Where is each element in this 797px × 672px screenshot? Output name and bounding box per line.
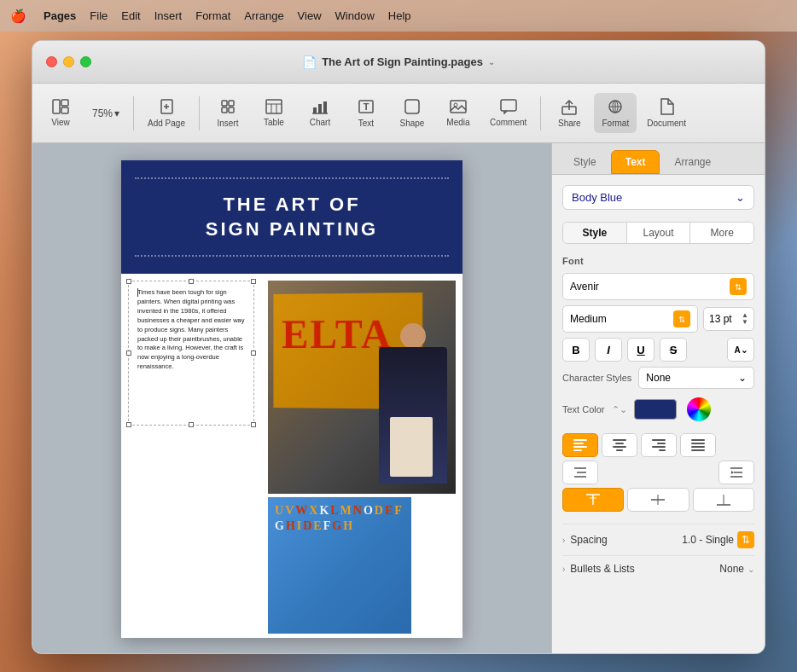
spacing-value-box: 1.0 - Single ⇅ — [682, 531, 754, 548]
text-box[interactable]: Times have been tough for sign painters.… — [128, 281, 254, 426]
handle-top-center[interactable] — [189, 279, 194, 284]
handle-middle-left[interactable] — [126, 350, 131, 356]
letter-d2: D — [303, 519, 311, 533]
view-icon — [52, 99, 69, 114]
svg-rect-14 — [313, 107, 317, 113]
handle-top-left[interactable] — [126, 279, 131, 284]
spacing-value: 1.0 - Single — [682, 534, 734, 546]
menu-file[interactable]: File — [90, 9, 108, 22]
color-wheel-button[interactable] — [687, 397, 711, 421]
align-left-button[interactable] — [562, 433, 598, 457]
menu-window[interactable]: Window — [335, 9, 375, 22]
toolbar-share[interactable]: Share — [548, 93, 590, 133]
share-label: Share — [558, 119, 581, 128]
title-bar: 📄 The Art of Sign Painting.pages ⌄ — [32, 41, 765, 84]
text-color-swatch[interactable] — [634, 399, 677, 420]
style-preset-value: Body Blue — [572, 191, 622, 204]
toolbar: View 75% ▾ Add Page — [32, 84, 765, 143]
toolbar-format[interactable]: Format — [594, 93, 637, 133]
tab-style[interactable]: Style — [559, 150, 611, 174]
svg-rect-8 — [222, 107, 227, 113]
menu-view[interactable]: View — [298, 9, 322, 22]
toolbar-shape[interactable]: Shape — [391, 93, 433, 133]
italic-button[interactable]: I — [595, 338, 622, 362]
font-size-box[interactable]: 13 pt ▲ ▼ — [703, 307, 754, 331]
toolbar-document[interactable]: Document — [640, 93, 693, 133]
zoom-button[interactable] — [80, 56, 91, 67]
sub-tab-layout[interactable]: Layout — [627, 223, 691, 243]
sub-tab-more[interactable]: More — [690, 223, 753, 243]
bullets-row[interactable]: › Bullets & Lists None ⌄ — [562, 555, 754, 582]
toolbar-table[interactable]: Table — [253, 94, 295, 132]
canvas-area[interactable]: THE ART OF SIGN PAINTING — [32, 143, 551, 653]
toolbar-add-page[interactable]: Add Page — [141, 93, 192, 133]
menu-pages[interactable]: Pages — [44, 9, 76, 22]
handle-middle-right[interactable] — [251, 350, 256, 356]
insert-label: Insert — [217, 119, 238, 128]
toolbar-view[interactable]: View — [39, 94, 82, 132]
title-dropdown-icon[interactable]: ⌄ — [488, 57, 495, 67]
underline-button[interactable]: U — [627, 338, 654, 362]
media-label: Media — [446, 118, 469, 127]
zoom-arrow-icon: ▾ — [114, 107, 119, 119]
menu-help[interactable]: Help — [388, 9, 411, 22]
more-text-options-button[interactable]: A⌄ — [727, 338, 754, 362]
text-tool-icon: T — [358, 98, 375, 115]
style-preset-dropdown[interactable]: Body Blue ⌄ — [562, 185, 754, 210]
valign-top-button[interactable] — [562, 488, 624, 512]
valign-group — [562, 488, 754, 512]
handle-bottom-left[interactable] — [126, 422, 131, 427]
spacing-label: Spacing — [570, 534, 607, 546]
decrease-indent-button[interactable] — [562, 461, 598, 484]
shape-icon — [404, 98, 421, 115]
handle-bottom-right[interactable] — [251, 422, 256, 427]
font-name-select[interactable]: Avenir ⇅ — [562, 273, 754, 300]
font-weight-select[interactable]: Medium ⇅ — [562, 305, 698, 333]
toolbar-media[interactable]: Media — [437, 94, 480, 132]
chart-label: Chart — [310, 118, 330, 127]
menu-arrange[interactable]: Arrange — [244, 9, 283, 22]
align-center-button[interactable] — [602, 433, 637, 457]
letter-g: G — [275, 519, 284, 533]
share-icon — [561, 98, 577, 115]
toolbar-text[interactable]: T Text — [345, 93, 387, 133]
char-styles-select[interactable]: None ⌄ — [638, 367, 754, 389]
menu-edit[interactable]: Edit — [121, 9, 140, 22]
strikethrough-button[interactable]: S — [660, 338, 687, 362]
toolbar-chart[interactable]: Chart — [299, 94, 341, 132]
tab-text[interactable]: Text — [611, 150, 660, 174]
bullets-chevron-icon: › — [562, 565, 565, 574]
letter-w: W — [295, 504, 307, 518]
handle-bottom-center[interactable] — [189, 422, 194, 427]
bold-button[interactable]: B — [562, 338, 590, 362]
valign-middle-button[interactable] — [627, 488, 689, 512]
handle-top-right[interactable] — [251, 279, 256, 284]
tab-arrange[interactable]: Arrange — [660, 150, 725, 174]
font-size-down-icon[interactable]: ▼ — [742, 319, 748, 326]
format-icon — [607, 98, 624, 115]
toolbar-comment[interactable]: Comment — [483, 94, 533, 132]
valign-bottom-button[interactable] — [693, 488, 754, 512]
close-button[interactable] — [46, 56, 57, 67]
menu-format[interactable]: Format — [195, 9, 230, 22]
spacing-row[interactable]: › Spacing 1.0 - Single ⇅ — [562, 524, 754, 555]
document-label: Document — [647, 119, 686, 128]
increase-indent-button[interactable] — [718, 461, 754, 484]
align-justify-button[interactable] — [680, 433, 716, 457]
align-right-button[interactable] — [641, 433, 677, 457]
font-size-stepper[interactable]: ▲ ▼ — [742, 312, 748, 326]
chart-icon — [311, 99, 329, 114]
minimize-button[interactable] — [63, 56, 74, 67]
toolbar-insert[interactable]: Insert — [207, 93, 249, 133]
spacing-stepper-button[interactable]: ⇅ — [737, 531, 754, 548]
panel-content: Body Blue ⌄ Style Layout More Font Aveni… — [552, 175, 765, 653]
body-text[interactable]: Times have been tough for sign painters.… — [137, 288, 245, 372]
menu-insert[interactable]: Insert — [154, 9, 183, 22]
letter-e2: E — [313, 519, 321, 533]
add-page-label: Add Page — [148, 119, 185, 128]
sub-tab-style[interactable]: Style — [563, 223, 627, 243]
table-label: Table — [264, 118, 284, 127]
svg-rect-1 — [61, 100, 68, 106]
align-justify-lines-icon — [691, 439, 705, 451]
toolbar-zoom[interactable]: 75% ▾ — [85, 104, 126, 123]
